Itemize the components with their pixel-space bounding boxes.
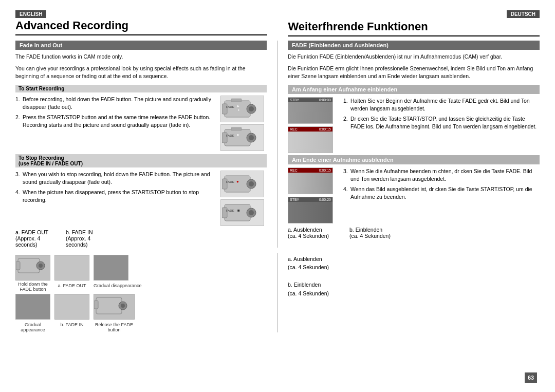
- svg-point-30: [39, 264, 43, 268]
- de-fade-out-block: a. Ausblenden (ca. 4 Sekunden): [288, 227, 329, 239]
- fade-out-row: [54, 255, 89, 281]
- de-stop-row: REC 0:00:15 STBY 0:00:20: [288, 167, 540, 223]
- de-stop-section: Am Ende einer Aufnahme ausblenden REC 0:…: [288, 155, 540, 223]
- screen-time-3: 0:00:15: [319, 169, 331, 172]
- de-intro-1: Die Funktion FADE (Einblenden/Ausblenden…: [288, 53, 540, 61]
- screen-box-2: REC 0:00:15: [288, 126, 333, 153]
- svg-point-34: [121, 304, 125, 308]
- cam-image-3: FADE ●: [220, 171, 264, 197]
- screen-main-2: [288, 132, 332, 153]
- de-bottom-labels: a. Ausblenden (ca. 4 Sekunden) b. Einble…: [288, 255, 540, 298]
- page-container: ENGLISH Advanced Recording DEUTSCH Weite…: [0, 0, 555, 392]
- de-fade-out-label: a. Ausblenden: [288, 227, 329, 233]
- screen-time-1: 0:00:00: [319, 98, 331, 102]
- lang-badge-en: ENGLISH: [15, 10, 46, 18]
- fade-out-boxes: a. FADE OUT: [54, 255, 89, 288]
- svg-point-18: [249, 181, 254, 186]
- en-fade-out-label: a. FADE OUT: [15, 229, 62, 235]
- de-fade-in-label: b. Einblenden: [349, 227, 391, 233]
- screen-status-4: STBY: [290, 198, 299, 201]
- svg-rect-12: [231, 127, 242, 130]
- lang-badge-de: DEUTSCH: [507, 10, 540, 18]
- de-ein-note: (ca. 4 Sekunden): [288, 289, 540, 298]
- en-fade-out-note: (Approx. 4 seconds): [15, 235, 62, 248]
- svg-rect-4: [231, 99, 242, 102]
- fade-in-img: [54, 294, 89, 320]
- header-right: DEUTSCH Weiterfhrende Funktionen: [288, 10, 540, 40]
- screen-status-2: REC: [290, 127, 298, 131]
- de-start-images: STBY 0:00:00 REC 0:00:15: [288, 97, 339, 153]
- de-stop-text: 3. Wenn Sie die Aufnahme beenden m chten…: [343, 167, 540, 223]
- svg-point-3: [249, 106, 254, 111]
- svg-point-24: [249, 210, 254, 215]
- main-content: Fade In and Out The FADE function works …: [15, 41, 540, 248]
- screen-top-1: STBY 0:00:00: [288, 98, 332, 102]
- hold-fade-img: [15, 255, 50, 281]
- fade-in-img-block: b. FADE IN: [54, 294, 89, 327]
- de-start-row: STBY 0:00:00 REC 0:00:15: [288, 97, 540, 153]
- de-start-step-2: 2. Dr cken Sie die Taste START/STOP, und…: [343, 115, 540, 130]
- fade-in-img-label: b. FADE IN: [54, 322, 89, 327]
- en-fade-in-demo: Gradual appearance b. FADE IN: [15, 294, 267, 332]
- de-aus-note: (ca. 4 Sekunden): [288, 263, 540, 272]
- de-intro-2: Die Funktion FADE erm glicht Ihnen profe…: [288, 65, 540, 80]
- bottom-left: Hold down the FADE button a. FADE OUT Gr…: [15, 253, 278, 332]
- de-start-bar: Am Anfang einer Aufnahme einblenden: [288, 85, 540, 94]
- release-block: Release the FADE button: [94, 294, 135, 332]
- svg-rect-32: [94, 301, 98, 309]
- en-fade-in-label: b. FADE IN: [66, 229, 112, 235]
- de-stop-step-4: 4. Wenn das Bild ausgeblendet ist, dr ck…: [343, 185, 540, 201]
- de-start-section: Am Anfang einer Aufnahme einblenden STBY…: [288, 85, 540, 153]
- en-stop-label: To Stop Recording (use FADE IN / FADE OU…: [15, 154, 267, 167]
- screen-box-1: STBY 0:00:00: [288, 97, 333, 124]
- en-stop-text: 3. When you wish to stop recording, hold…: [15, 171, 215, 226]
- en-stop-label-sub: (use FADE IN / FADE OUT): [18, 161, 83, 166]
- cam-image-2: FADE ▶: [220, 124, 264, 151]
- en-start-steps: 1. Before recording, hold down the FADE …: [15, 96, 267, 151]
- de-section-bar: FADE (Einblenden und Ausblenden): [288, 41, 540, 50]
- svg-text:FADE: FADE: [226, 209, 234, 212]
- de-start-step-1: 1. Halten Sie vor Beginn der Aufnahme di…: [343, 97, 540, 113]
- screen-top-2: REC 0:00:15: [288, 127, 332, 132]
- cam-image-1: FADE ▶ ⏸: [220, 96, 264, 122]
- svg-text:■: ■: [237, 208, 240, 213]
- header-row: ENGLISH Advanced Recording DEUTSCH Weite…: [15, 10, 540, 40]
- fade-out-img-label: a. FADE OUT: [54, 283, 89, 288]
- en-fade-demo: Hold down the FADE button a. FADE OUT Gr…: [15, 255, 267, 292]
- svg-text:⏸: ⏸: [237, 108, 240, 111]
- svg-text:●: ●: [236, 179, 239, 184]
- en-stop-list: 3. When you wish to stop recording, hold…: [15, 171, 215, 204]
- title-en: Advanced Recording: [15, 19, 267, 35]
- svg-text:▶: ▶: [237, 104, 239, 107]
- en-stop-step-3: 3. When you wish to stop recording, hold…: [15, 171, 215, 186]
- en-stop-images: FADE ● FADE ■: [220, 171, 267, 226]
- title-de: Weiterfhrende Funktionen: [288, 20, 540, 36]
- left-column: Fade In and Out The FADE function works …: [15, 41, 278, 248]
- svg-text:▶: ▶: [237, 133, 239, 136]
- svg-text:FADE: FADE: [226, 180, 234, 183]
- release-img: [94, 294, 135, 320]
- cam-image-4: FADE ■: [220, 199, 264, 226]
- de-fade-in-block: b. Einblenden (ca. 4 Sekunden): [349, 227, 391, 239]
- en-fade-in-label-block: b. FADE IN (Approx. 4 seconds): [66, 229, 112, 248]
- en-start-step-1: 1. Before recording, hold down the FADE …: [15, 96, 215, 111]
- svg-text:FADE: FADE: [226, 134, 234, 137]
- gradual-disapp-block: Gradual disappearance: [94, 255, 142, 288]
- en-stop-steps: 3. When you wish to stop recording, hold…: [15, 171, 267, 226]
- de-start-list: 1. Halten Sie vor Beginn der Aufnahme di…: [343, 97, 540, 131]
- en-fade-labels-row: a. FADE OUT (Approx. 4 seconds) b. FADE …: [15, 229, 267, 248]
- hold-label: Hold down the FADE button: [15, 282, 50, 292]
- screen-box-3: REC 0:00:15: [288, 167, 333, 194]
- header-left: ENGLISH Advanced Recording: [15, 10, 267, 39]
- screen-time-2: 0:00:15: [319, 127, 331, 131]
- de-fade-labels-row: a. Ausblenden (ca. 4 Sekunden) b. Einble…: [288, 227, 540, 239]
- en-stop-section: To Stop Recording (use FADE IN / FADE OU…: [15, 154, 267, 226]
- svg-rect-31: [96, 297, 122, 314]
- screen-time-4: 0:00:20: [319, 198, 331, 201]
- en-intro-1: The FADE function works in CAM mode only…: [15, 53, 267, 61]
- de-stop-step-3: 3. Wenn Sie die Aufnahme beenden m chten…: [343, 167, 540, 183]
- screen-main-3: [288, 173, 332, 194]
- en-fade-in-note: (Approx. 4 seconds): [66, 235, 112, 248]
- en-start-images: FADE ▶ ⏸ FA: [220, 96, 267, 151]
- de-aus-label: a. Ausblenden: [288, 255, 540, 264]
